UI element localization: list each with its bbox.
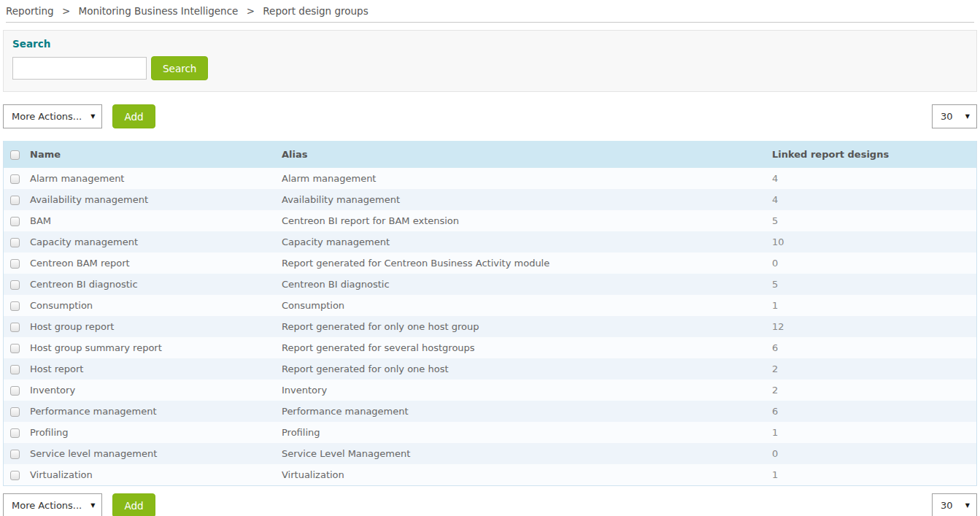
table-row: Availability management Availability man… [4, 189, 976, 210]
row-alias: Alarm management [282, 168, 772, 189]
table-row: Host group summary report Report generat… [4, 337, 976, 358]
table-body: Alarm management Alarm management 4 Avai… [4, 168, 976, 485]
table-header-row: Name Alias Linked report designs [4, 141, 976, 168]
row-alias: Profiling [282, 422, 772, 443]
table-row: BAM Centreon BI report for BAM extension… [4, 210, 976, 231]
row-linked-count: 1 [772, 422, 976, 443]
row-checkbox[interactable] [10, 407, 20, 417]
row-checkbox[interactable] [10, 386, 20, 396]
row-alias: Report generated for only one host [282, 358, 772, 380]
table-row: Consumption Consumption 1 [4, 295, 976, 316]
row-checkbox[interactable] [10, 301, 20, 311]
row-name: Capacity management [26, 231, 282, 253]
row-name: Centreon BI diagnostic [26, 274, 282, 295]
search-input[interactable] [12, 57, 147, 80]
breadcrumb-separator: > [62, 5, 70, 17]
row-name: Centreon BAM report [26, 253, 282, 274]
add-button[interactable]: Add [112, 493, 155, 516]
row-linked-count: 5 [772, 210, 976, 231]
row-name: Consumption [26, 295, 282, 316]
search-section-title: Search [12, 38, 968, 50]
row-name: Performance management [26, 401, 282, 422]
row-name: BAM [26, 210, 282, 231]
row-name: Alarm management [26, 168, 282, 189]
row-alias: Consumption [282, 295, 772, 316]
table-row: Inventory Inventory 2 [4, 380, 976, 401]
page-size-select[interactable]: 30 ▼ [932, 493, 977, 516]
row-linked-count: 5 [772, 274, 976, 295]
row-linked-count: 1 [772, 295, 976, 316]
more-actions-label: More Actions... [12, 111, 82, 122]
row-checkbox[interactable] [10, 344, 20, 353]
more-actions-label: More Actions... [12, 500, 82, 511]
column-header-linked[interactable]: Linked report designs [772, 141, 976, 168]
search-panel: Search Search [3, 30, 977, 92]
table-row: Host group report Report generated for o… [4, 316, 976, 337]
breadcrumb-item-monitoring-bi[interactable]: Monitoring Business Intelligence [79, 5, 239, 17]
row-alias: Virtualization [282, 464, 772, 485]
add-button[interactable]: Add [112, 104, 155, 128]
breadcrumb-divider [6, 22, 974, 23]
row-linked-count: 12 [772, 316, 976, 337]
row-checkbox[interactable] [10, 217, 20, 226]
toolbar-top: More Actions... ▼ Add 30 ▼ [3, 104, 977, 128]
page-size-value: 30 [941, 111, 953, 122]
breadcrumb-item-report-design-groups: Report design groups [263, 5, 368, 17]
row-name: Availability management [26, 189, 282, 210]
more-actions-select[interactable]: More Actions... ▼ [3, 104, 102, 128]
more-actions-select[interactable]: More Actions... ▼ [3, 493, 102, 516]
table-row: Virtualization Virtualization 1 [4, 464, 976, 485]
row-checkbox[interactable] [10, 323, 20, 332]
table-row: Alarm management Alarm management 4 [4, 168, 976, 189]
table-row: Performance management Performance manag… [4, 401, 976, 422]
page-size-value: 30 [941, 500, 953, 511]
row-linked-count: 4 [772, 168, 976, 189]
row-checkbox[interactable] [10, 196, 20, 205]
row-alias: Performance management [282, 401, 772, 422]
row-alias: Centreon BI report for BAM extension [282, 210, 772, 231]
row-alias: Availability management [282, 189, 772, 210]
page-size-select[interactable]: 30 ▼ [932, 104, 977, 128]
table-row: Profiling Profiling 1 [4, 422, 976, 443]
report-design-groups-table: Name Alias Linked report designs Alarm m… [3, 141, 977, 486]
row-checkbox[interactable] [10, 471, 20, 480]
chevron-down-icon: ▼ [90, 113, 95, 120]
row-linked-count: 0 [772, 443, 976, 464]
row-name: Host group report [26, 316, 282, 337]
row-checkbox[interactable] [10, 428, 20, 438]
row-alias: Centreon BI diagnostic [282, 274, 772, 295]
chevron-down-icon: ▼ [965, 502, 970, 509]
table-row: Centreon BI diagnostic Centreon BI diagn… [4, 274, 976, 295]
table-row: Service level management Service Level M… [4, 443, 976, 464]
column-header-name[interactable]: Name [26, 141, 282, 168]
row-linked-count: 1 [772, 464, 976, 485]
breadcrumb: Reporting > Monitoring Business Intellig… [0, 0, 980, 22]
row-alias: Report generated for Centreon Business A… [282, 253, 772, 274]
search-button[interactable]: Search [151, 56, 208, 80]
row-checkbox[interactable] [10, 365, 20, 374]
chevron-down-icon: ▼ [965, 113, 970, 120]
row-alias: Report generated for several hostgroups [282, 337, 772, 358]
row-checkbox[interactable] [10, 259, 20, 269]
row-alias: Service Level Management [282, 443, 772, 464]
table-row: Host report Report generated for only on… [4, 358, 976, 380]
column-header-alias[interactable]: Alias [282, 141, 772, 168]
breadcrumb-item-reporting[interactable]: Reporting [6, 5, 54, 17]
row-name: Inventory [26, 380, 282, 401]
row-linked-count: 4 [772, 189, 976, 210]
row-name: Profiling [26, 422, 282, 443]
row-checkbox[interactable] [10, 450, 20, 459]
row-linked-count: 2 [772, 358, 976, 380]
row-linked-count: 10 [772, 231, 976, 253]
row-checkbox[interactable] [10, 280, 20, 290]
row-checkbox[interactable] [10, 174, 20, 184]
row-alias: Capacity management [282, 231, 772, 253]
select-all-checkbox[interactable] [10, 150, 20, 160]
row-linked-count: 6 [772, 337, 976, 358]
row-linked-count: 6 [772, 401, 976, 422]
row-name: Host report [26, 358, 282, 380]
chevron-down-icon: ▼ [90, 502, 95, 509]
row-name: Service level management [26, 443, 282, 464]
table-row: Capacity management Capacity management … [4, 231, 976, 253]
row-checkbox[interactable] [10, 238, 20, 247]
